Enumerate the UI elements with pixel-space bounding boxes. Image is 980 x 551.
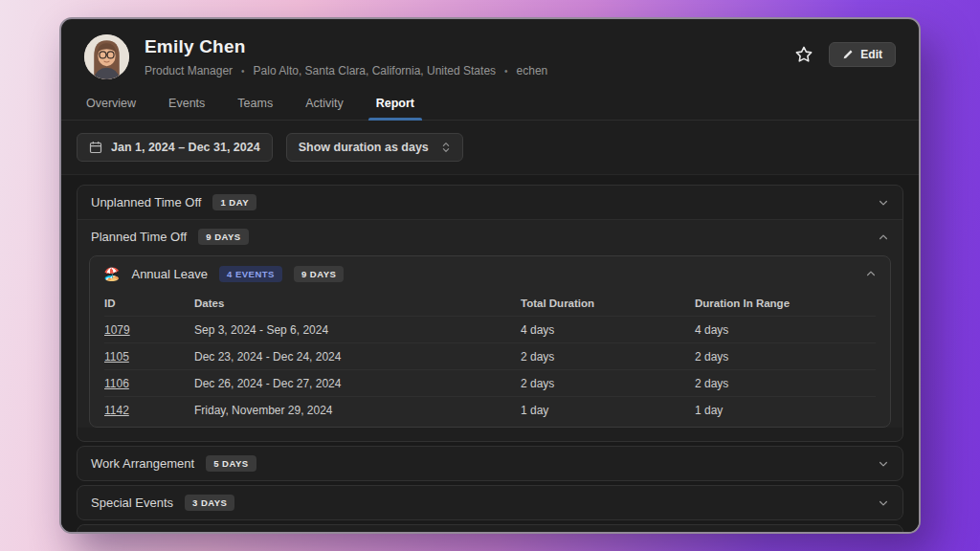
event-total-duration: 2 days: [521, 350, 695, 364]
tab-overview[interactable]: Overview: [84, 93, 138, 120]
profile-header: Emily Chen Product Manager • Palo Alto, …: [61, 19, 919, 79]
duration-badge: 9 DAYS: [198, 229, 248, 245]
table-row: 1142 Friday, November 29, 2024 1 day 1 d…: [104, 396, 876, 423]
table-row: 1106 Dec 26, 2024 - Dec 27, 2024 2 days …: [104, 369, 876, 396]
pencil-icon: [842, 49, 854, 60]
event-duration-in-range: 2 days: [695, 377, 876, 390]
event-id-link[interactable]: 1142: [104, 404, 129, 417]
select-caret-icon: [441, 141, 451, 154]
date-range-value: Jan 1, 2024 – Dec 31, 2024: [111, 141, 260, 154]
annual-leave-title: Annual Leave: [131, 267, 208, 281]
tab-activity[interactable]: Activity: [303, 93, 345, 120]
calendar-icon: [89, 141, 102, 154]
annual-leave-card: 🏖️ Annual Leave 4 EVENTS 9 DAYS ID Dates: [89, 255, 891, 428]
section-special-events[interactable]: Special Events 3 DAYS: [78, 486, 902, 519]
duration-badge: 5 DAYS: [206, 455, 256, 472]
section-title: Unplanned Time Off: [91, 195, 201, 209]
chevron-up-icon: [878, 231, 889, 243]
section-title: Planned Time Off: [91, 230, 187, 244]
event-dates: Dec 23, 2024 - Dec 24, 2024: [194, 350, 521, 364]
leave-events-table: ID Dates Total Duration Duration In Rang…: [90, 291, 890, 427]
section-activities[interactable]: Activities 24 DAYS: [78, 525, 902, 534]
table-header-row: ID Dates Total Duration Duration In Rang…: [104, 291, 876, 316]
profile-location: Palo Alto, Santa Clara, California, Unit…: [254, 64, 496, 77]
tab-events[interactable]: Events: [167, 93, 207, 120]
section-planned-time-off[interactable]: Planned Time Off 9 DAYS: [78, 220, 902, 253]
profile-role: Product Manager: [145, 64, 233, 77]
annual-leave-header[interactable]: 🏖️ Annual Leave 4 EVENTS 9 DAYS: [90, 256, 890, 291]
edit-button[interactable]: Edit: [829, 42, 896, 67]
table-row: 1079 Sep 3, 2024 - Sep 6, 2024 4 days 4 …: [104, 316, 876, 342]
event-duration-in-range: 4 days: [695, 323, 876, 337]
tab-teams[interactable]: Teams: [235, 93, 275, 120]
table-row: 1105 Dec 23, 2024 - Dec 24, 2024 2 days …: [104, 342, 876, 369]
event-dates: Sep 3, 2024 - Sep 6, 2024: [194, 323, 521, 337]
days-count-badge: 9 DAYS: [294, 266, 344, 282]
time-off-panel: Unplanned Time Off 1 DAY Planned Time Of…: [77, 185, 903, 442]
app-window: Emily Chen Product Manager • Palo Alto, …: [59, 17, 921, 534]
edit-button-label: Edit: [860, 48, 882, 61]
tab-report[interactable]: Report: [374, 93, 416, 120]
event-id-link[interactable]: 1106: [104, 377, 129, 390]
date-range-picker[interactable]: Jan 1, 2024 – Dec 31, 2024: [77, 133, 273, 162]
filter-bar: Jan 1, 2024 – Dec 31, 2024 Show duration…: [61, 121, 919, 175]
work-arrangement-panel: Work Arrangement 5 DAYS: [77, 446, 903, 481]
col-header-total-duration: Total Duration: [521, 298, 695, 309]
bullet-separator: •: [241, 66, 245, 77]
chevron-up-icon: [865, 268, 877, 279]
col-header-id: ID: [104, 298, 194, 309]
event-duration-in-range: 2 days: [695, 350, 876, 364]
favorite-star-icon[interactable]: [792, 43, 815, 66]
activities-panel: Activities 24 DAYS: [77, 524, 903, 534]
report-content: Unplanned Time Off 1 DAY Planned Time Of…: [61, 175, 919, 534]
col-header-duration-in-range: Duration In Range: [695, 298, 876, 309]
event-dates: Friday, November 29, 2024: [194, 404, 521, 417]
duration-unit-select[interactable]: Show duration as days: [286, 133, 463, 162]
event-total-duration: 2 days: [521, 377, 695, 390]
event-id-link[interactable]: 1079: [104, 323, 130, 337]
page-title: Emily Chen: [145, 36, 792, 57]
section-work-arrangement[interactable]: Work Arrangement 5 DAYS: [78, 447, 902, 480]
tab-bar: Overview Events Teams Activity Report: [61, 93, 919, 121]
duration-badge: 1 DAY: [212, 194, 256, 210]
section-planned-time-off-body: Planned Time Off 9 DAYS 🏖️ Annual Leave …: [78, 220, 902, 428]
events-count-badge: 4 EVENTS: [219, 266, 282, 282]
section-title: Special Events: [91, 496, 173, 510]
avatar: [84, 34, 129, 79]
event-total-duration: 4 days: [521, 323, 695, 337]
section-unplanned-time-off[interactable]: Unplanned Time Off 1 DAY: [78, 186, 902, 219]
event-dates: Dec 26, 2024 - Dec 27, 2024: [194, 377, 521, 390]
chevron-down-icon: [878, 497, 889, 509]
duration-select-value: Show duration as days: [299, 141, 429, 154]
profile-subline: Product Manager • Palo Alto, Santa Clara…: [145, 64, 792, 77]
chevron-down-icon: [878, 197, 889, 209]
col-header-dates: Dates: [194, 298, 521, 309]
section-title: Work Arrangement: [91, 456, 194, 471]
profile-username: echen: [517, 64, 548, 77]
duration-badge: 3 DAYS: [185, 495, 234, 511]
beach-emoji-icon: 🏖️: [103, 266, 120, 281]
special-events-panel: Special Events 3 DAYS: [77, 485, 903, 520]
event-duration-in-range: 1 day: [695, 404, 876, 417]
event-total-duration: 1 day: [521, 404, 695, 417]
chevron-down-icon: [878, 458, 889, 470]
event-id-link[interactable]: 1105: [104, 350, 129, 364]
bullet-separator: •: [504, 66, 508, 77]
